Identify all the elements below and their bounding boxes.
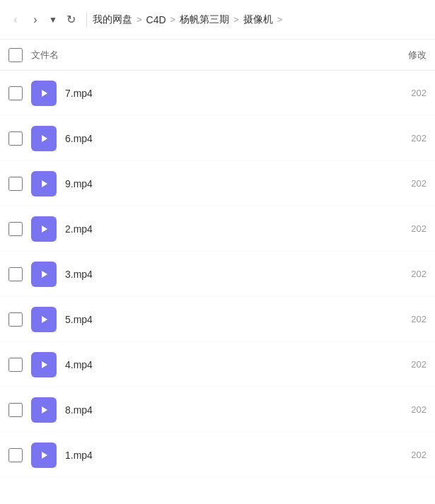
column-modified-header: 修改	[370, 49, 427, 61]
file-modified: 202	[370, 88, 427, 98]
row-checkbox[interactable]	[8, 312, 23, 327]
file-modified: 202	[370, 314, 427, 324]
file-icon	[31, 352, 57, 377]
refresh-button[interactable]: ↻	[61, 10, 81, 30]
file-name: 7.mp4	[65, 88, 370, 99]
breadcrumb-sep-0: >	[137, 14, 142, 25]
file-name: 1.mp4	[65, 450, 370, 461]
file-name: 4.mp4	[65, 359, 370, 370]
table-header: 文件名 修改	[0, 40, 435, 71]
row-checkbox[interactable]	[8, 448, 23, 462]
file-name: 2.mp4	[65, 223, 370, 235]
file-icon	[31, 443, 57, 468]
breadcrumb-item-2[interactable]: 杨帆第三期	[180, 13, 229, 26]
row-checkbox[interactable]	[8, 267, 23, 281]
file-icon	[31, 216, 57, 242]
breadcrumb-item-0[interactable]: 我的网盘	[93, 13, 132, 26]
table-row[interactable]: 9.mp4 202	[0, 161, 435, 206]
row-checkbox[interactable]	[8, 177, 23, 191]
file-modified: 202	[370, 404, 427, 415]
history-dropdown-button[interactable]: ▼	[45, 10, 61, 30]
forward-button[interactable]: ›	[25, 10, 45, 30]
file-list: 7.mp4 202 6.mp4 202 9.mp4 202 2.mp4 202	[0, 71, 435, 478]
row-checkbox[interactable]	[8, 358, 23, 372]
file-modified: 202	[370, 450, 427, 460]
file-modified: 202	[370, 359, 427, 370]
breadcrumb-item-3[interactable]: 摄像机	[243, 13, 273, 26]
file-icon	[31, 81, 57, 106]
file-modified: 202	[370, 269, 427, 279]
file-name: 3.mp4	[65, 269, 370, 280]
row-checkbox[interactable]	[8, 131, 23, 146]
select-all-checkbox[interactable]	[8, 48, 23, 62]
row-checkbox[interactable]	[8, 222, 23, 236]
table-row[interactable]: 4.mp4 202	[0, 342, 435, 387]
header-bar: ‹ › ▼ ↻ 我的网盘 > C4D > 杨帆第三期 > 摄像机 >	[0, 0, 435, 40]
table-row[interactable]: 8.mp4 202	[0, 387, 435, 433]
file-icon	[31, 307, 57, 332]
file-name: 8.mp4	[65, 404, 370, 416]
table-row[interactable]: 5.mp4 202	[0, 297, 435, 342]
file-modified: 202	[370, 133, 427, 143]
file-icon	[31, 126, 57, 151]
table-row[interactable]: 2.mp4 202	[0, 206, 435, 252]
file-modified: 202	[370, 178, 427, 189]
table-row[interactable]: 7.mp4 202	[0, 71, 435, 116]
table-row[interactable]: 1.mp4 202	[0, 433, 435, 478]
breadcrumb-sep-1: >	[170, 14, 176, 25]
breadcrumb-sep-2: >	[233, 14, 239, 25]
back-button[interactable]: ‹	[6, 10, 25, 30]
file-name: 5.mp4	[65, 314, 370, 325]
breadcrumb: 我的网盘 > C4D > 杨帆第三期 > 摄像机 >	[93, 13, 429, 26]
file-name: 6.mp4	[65, 133, 370, 144]
header-divider	[86, 13, 87, 27]
row-checkbox[interactable]	[8, 86, 23, 100]
table-row[interactable]: 6.mp4 202	[0, 116, 435, 161]
file-icon	[31, 397, 57, 423]
breadcrumb-item-1[interactable]: C4D	[146, 14, 166, 25]
file-name: 9.mp4	[65, 178, 370, 189]
file-icon	[31, 262, 57, 287]
column-name-header: 文件名	[31, 49, 370, 61]
file-icon	[31, 171, 57, 197]
file-modified: 202	[370, 223, 427, 234]
row-checkbox[interactable]	[8, 403, 23, 417]
breadcrumb-sep-3: >	[277, 14, 283, 25]
table-row[interactable]: 3.mp4 202	[0, 252, 435, 297]
